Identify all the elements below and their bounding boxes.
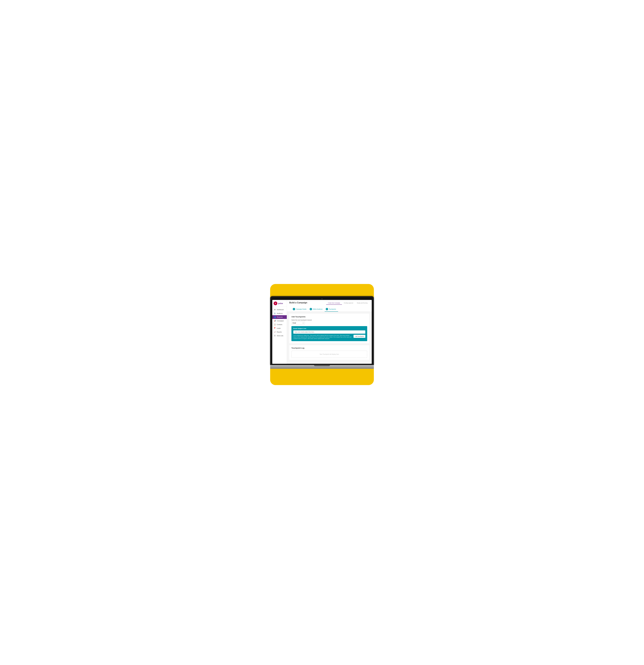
dashboard-icon: 🖥 [274, 309, 276, 310]
laptop: V pulse 🖥 Dashboard 📡 [270, 296, 374, 369]
step-tab-campaign-details[interactable]: 1 Campaign Details [292, 307, 309, 311]
top-tabs: Create New Campaign Pending Approval Rea… [326, 302, 369, 305]
sidebar-item-campaigns[interactable]: 📢 Campaigns [272, 319, 287, 323]
email-subject-input[interactable] [293, 330, 365, 334]
sidebar-label-requests: Requests [277, 316, 282, 318]
subject-footer: Tip for building your subject line : '{f… [293, 335, 365, 340]
laptop-base [270, 365, 374, 369]
channel-select[interactable]: Email SMS Push [291, 321, 305, 324]
email-subject-title: Email Subject Line [293, 328, 365, 329]
seed-lists-icon: ☰ [274, 335, 276, 337]
sidebar-item-dashboard[interactable]: 🖥 Dashboard [272, 308, 287, 311]
touchpoint-placeholder: Next Touchpoint will display here [291, 350, 367, 358]
touchpoint-log-title: Touchpoint Log [291, 347, 367, 349]
sidebar-item-audience[interactable]: 📡 Audience [272, 311, 287, 315]
contacts-icon: 📋 [274, 324, 276, 325]
channel-label: Select the next touchpoint channel [291, 319, 367, 321]
requests-icon: 👥 [274, 316, 276, 318]
step-tabs: 1 Campaign Details 2 Define Audience 3 [289, 305, 369, 311]
main-header: Build a Campaign Create New Campaign Pen… [287, 300, 372, 312]
sidebar: V pulse 🖥 Dashboard 📡 [272, 300, 287, 364]
main-content: Build a Campaign Create New Campaign Pen… [287, 300, 372, 364]
logo-letter: V [275, 302, 276, 304]
logo-icon: V [274, 302, 277, 305]
sidebar-item-leads[interactable]: 🚩 Leads [272, 326, 287, 330]
sidebar-label-campaigns: Campaigns [277, 320, 284, 322]
sidebar-item-seed-lists[interactable]: ☰ Seed Lists [272, 334, 287, 338]
sidebar-item-requests[interactable]: 👥 Requests [272, 315, 287, 319]
laptop-hinge [314, 365, 330, 366]
add-touchpoints-title: Add Touchpoints [291, 316, 367, 318]
step-number-3: 3 [326, 308, 328, 310]
app: V pulse 🖥 Dashboard 📡 [272, 300, 372, 364]
add-touchpoint-button[interactable]: Add Touchpoint [353, 335, 365, 338]
step-tab-define-audience[interactable]: 2 Define Audience [309, 307, 325, 311]
tab-pending-approval[interactable]: Pending Approval [342, 302, 355, 305]
step-label-touchpoints: Touchpoints [329, 308, 336, 310]
sidebar-nav: 🖥 Dashboard 📡 Audience 👥 Requests [272, 307, 287, 339]
step-label-define-audience: Define Audience [313, 308, 323, 310]
sidebar-label-reports: Reports [277, 331, 282, 333]
touchpoint-log-card: Touchpoint Log Next Touchpoint will disp… [289, 345, 369, 360]
sidebar-label-audience: Audience [277, 312, 282, 314]
subject-hint: Tip for building your subject line : '{f… [293, 335, 352, 340]
laptop-lid: V pulse 🖥 Dashboard 📡 [270, 296, 374, 365]
sidebar-label-leads: Leads [277, 327, 281, 329]
logo-text: pulse [278, 302, 283, 304]
step-number-1: 1 [293, 308, 295, 310]
sidebar-item-reports[interactable]: 📈 Reports [272, 330, 287, 334]
content-area: Add Touchpoints Select the next touchpoi… [287, 312, 372, 362]
audience-icon: 📡 [274, 312, 276, 314]
tab-create-new-campaign[interactable]: Create New Campaign [326, 302, 342, 305]
laptop-screen-border: V pulse 🖥 Dashboard 📡 [272, 298, 372, 364]
step-number-2: 2 [310, 308, 312, 310]
sidebar-label-contacts: Contacts [277, 324, 282, 325]
laptop-camera [321, 298, 323, 299]
sidebar-logo: V pulse [272, 300, 287, 307]
sidebar-item-contacts[interactable]: 📋 Contacts [272, 323, 287, 326]
add-touchpoints-card: Add Touchpoints Select the next touchpoi… [289, 314, 369, 343]
sidebar-label-dashboard: Dashboard [277, 309, 284, 310]
leads-icon: 🚩 [274, 327, 276, 329]
step-label-campaign-details: Campaign Details [296, 308, 307, 310]
email-subject-box: Email Subject Line Tip for building your… [291, 326, 367, 341]
scene: V pulse 🖥 Dashboard 📡 [262, 273, 382, 392]
reports-icon: 📈 [274, 331, 276, 333]
step-tab-touchpoints[interactable]: 3 Touchpoints [325, 307, 338, 311]
tab-ready-running[interactable]: Ready and Running [355, 302, 369, 305]
channel-select-wrapper: Email SMS Push ▼ [291, 321, 305, 324]
sidebar-label-seed-lists: Seed Lists [277, 335, 283, 337]
page-title: Build a Campaign [289, 302, 307, 304]
laptop-screen: V pulse 🖥 Dashboard 📡 [272, 300, 372, 364]
campaigns-icon: 📢 [274, 320, 276, 322]
